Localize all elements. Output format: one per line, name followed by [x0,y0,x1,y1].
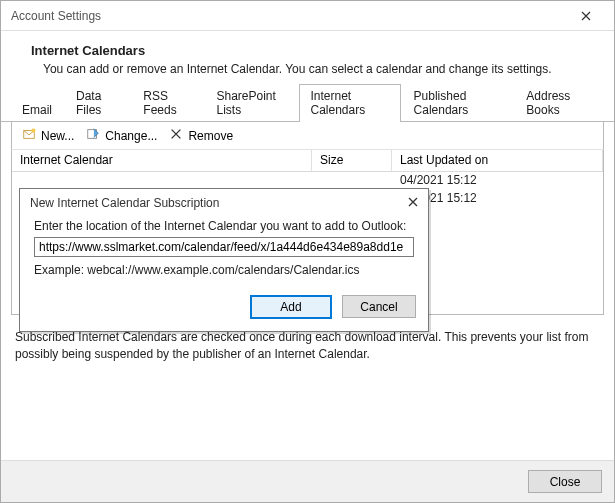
tab-internet-calendars[interactable]: Internet Calendars [299,84,400,122]
tab-rss-feeds[interactable]: RSS Feeds [132,84,203,121]
titlebar: Account Settings [1,1,614,31]
header-subtitle: You can add or remove an Internet Calend… [31,62,596,76]
footnote: Subscribed Internet Calendars are checke… [15,329,600,364]
new-label: New... [41,129,74,143]
modal-example: Example: webcal://www.example.com/calend… [34,263,414,277]
modal-body: Enter the location of the Internet Calen… [20,217,428,289]
tab-email[interactable]: Email [11,98,63,121]
tab-published-calendars[interactable]: Published Calendars [403,84,514,121]
change-icon [86,127,100,144]
account-settings-window: Account Settings Internet Calendars You … [0,0,615,503]
window-close-icon[interactable] [566,2,606,30]
tabs-row: Email Data Files RSS Feeds SharePoint Li… [1,98,614,122]
close-button[interactable]: Close [528,470,602,493]
header-title: Internet Calendars [31,43,596,58]
remove-icon [169,127,183,144]
new-button[interactable]: New... [22,127,74,144]
remove-button[interactable]: Remove [169,127,233,144]
new-calendar-modal: New Internet Calendar Subscription Enter… [19,188,429,332]
tab-address-books[interactable]: Address Books [515,84,602,121]
header: Internet Calendars You can add or remove… [1,31,614,86]
cancel-button[interactable]: Cancel [342,295,416,318]
modal-prompt: Enter the location of the Internet Calen… [34,219,414,233]
add-button[interactable]: Add [250,295,332,319]
svg-point-1 [31,128,35,132]
col-header-name[interactable]: Internet Calendar [12,150,312,171]
tab-data-files[interactable]: Data Files [65,84,130,121]
col-header-size[interactable]: Size [312,150,392,171]
grid-header: Internet Calendar Size Last Updated on [12,150,603,172]
new-icon [22,127,36,144]
window-title: Account Settings [11,9,101,23]
bottom-bar: Close [1,460,614,502]
modal-title: New Internet Calendar Subscription [30,196,219,210]
modal-close-icon[interactable] [408,196,418,210]
col-header-updated[interactable]: Last Updated on [392,150,603,171]
change-button[interactable]: Change... [86,127,157,144]
toolbar: New... Change... Remove [11,122,604,150]
remove-label: Remove [188,129,233,143]
modal-titlebar: New Internet Calendar Subscription [20,189,428,217]
calendar-url-input[interactable] [34,237,414,257]
modal-actions: Add Cancel [20,289,428,331]
tab-sharepoint-lists[interactable]: SharePoint Lists [205,84,297,121]
change-label: Change... [105,129,157,143]
